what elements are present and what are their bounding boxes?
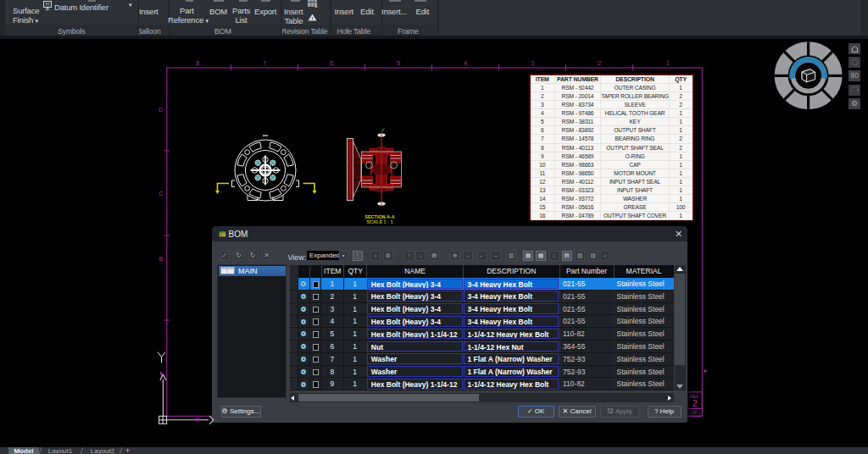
svg-text:1 OF 1: 1 OF 1 [687, 410, 701, 415]
svg-text:SECTION A-A: SECTION A-A [364, 214, 395, 219]
svg-text:C: C [159, 190, 164, 197]
svg-text:2: 2 [693, 399, 698, 408]
svg-text:6: 6 [330, 59, 333, 67]
svg-text:2: 2 [598, 59, 601, 67]
svg-text:H: H [46, 2, 49, 7]
svg-text:SCALE 1 : 1: SCALE 1 : 1 [366, 219, 392, 224]
svg-text:8: 8 [196, 59, 199, 67]
svg-text:5: 5 [397, 59, 400, 67]
svg-text:B: B [159, 255, 163, 263]
svg-text:!: ! [312, 16, 314, 21]
svg-text:1: 1 [666, 59, 670, 67]
svg-text:4: 4 [464, 59, 467, 67]
svg-text:D: D [159, 106, 164, 114]
svg-text:3: 3 [531, 59, 534, 67]
svg-text:7: 7 [263, 59, 266, 67]
